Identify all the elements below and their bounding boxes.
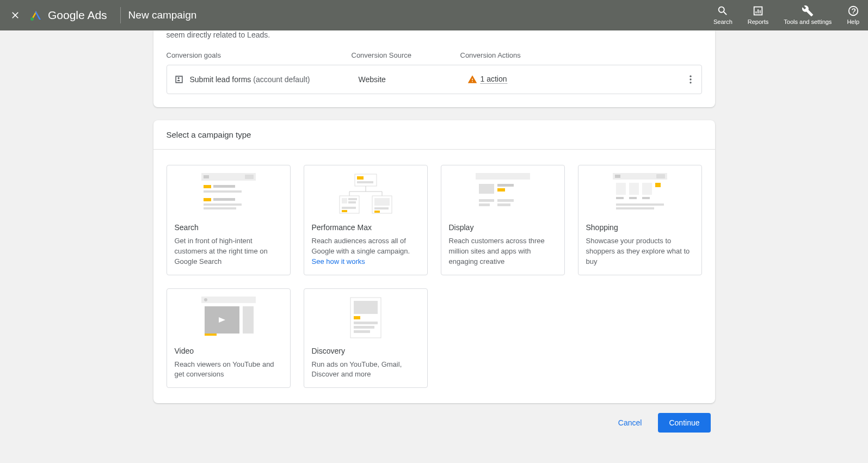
- column-header-source: Conversion Source: [352, 51, 460, 59]
- svg-rect-60: [354, 322, 378, 324]
- continue-button[interactable]: Continue: [658, 413, 710, 433]
- svg-rect-31: [476, 173, 530, 180]
- reports-tool[interactable]: Reports: [748, 5, 769, 26]
- svg-rect-35: [479, 199, 494, 202]
- google-ads-logo-icon: [29, 9, 42, 22]
- svg-rect-40: [615, 175, 620, 178]
- svg-rect-8: [213, 185, 235, 188]
- goal-name: Submit lead forms: [190, 75, 251, 84]
- svg-rect-7: [204, 185, 211, 188]
- svg-rect-26: [342, 210, 347, 212]
- svg-rect-46: [616, 197, 624, 199]
- goals-table-header: Conversion goals Conversion Source Conve…: [153, 41, 715, 65]
- page-body: seem directly related to Leads. Conversi…: [0, 30, 868, 454]
- goal-action-count[interactable]: 1 action: [481, 75, 507, 84]
- svg-rect-42: [616, 183, 626, 195]
- svg-rect-32: [479, 184, 494, 194]
- svg-rect-33: [497, 184, 514, 187]
- campaign-desc: Reach viewers on YouTube and get convers…: [175, 360, 282, 380]
- reports-icon: [752, 5, 764, 17]
- help-label: Help: [847, 18, 859, 26]
- shopping-illustration: [586, 173, 694, 215]
- campaign-desc: Reach audiences across all of Google wit…: [312, 236, 420, 267]
- close-button[interactable]: [9, 9, 22, 22]
- column-header-actions: Conversion Actions: [460, 51, 680, 59]
- campaign-name: Shopping: [586, 223, 694, 232]
- campaign-option-discovery[interactable]: Discovery Run ads on YouTube, Gmail, Dis…: [304, 288, 428, 388]
- header-divider: [120, 7, 121, 23]
- svg-rect-48: [642, 197, 650, 199]
- svg-rect-38: [497, 203, 510, 206]
- campaign-desc: Run ads on YouTube, Gmail, Discover and …: [312, 360, 420, 380]
- svg-rect-24: [348, 201, 356, 203]
- goal-row-menu[interactable]: [680, 74, 701, 85]
- campaign-option-display[interactable]: Display Reach customers across three mil…: [441, 165, 565, 275]
- svg-point-52: [204, 298, 207, 301]
- campaign-option-video[interactable]: Video Reach viewers on YouTube and get c…: [167, 288, 291, 388]
- svg-rect-29: [374, 207, 389, 209]
- display-illustration: [449, 173, 557, 215]
- form-icon: [174, 74, 184, 85]
- help-tool[interactable]: Help: [847, 5, 859, 26]
- svg-rect-13: [204, 207, 236, 209]
- svg-point-1: [690, 76, 691, 77]
- goal-source: Website: [359, 75, 467, 84]
- svg-rect-41: [656, 174, 665, 178]
- brand-logo: Google Ads: [29, 9, 107, 22]
- conversion-goals-card: seem directly related to Leads. Conversi…: [153, 30, 715, 107]
- svg-rect-44: [642, 183, 652, 195]
- warning-icon: [467, 75, 477, 84]
- search-icon: [717, 5, 729, 17]
- tools-settings-label: Tools and settings: [784, 18, 832, 26]
- svg-rect-23: [348, 198, 357, 200]
- campaign-name: Discovery: [312, 347, 420, 355]
- campaign-name: Performance Max: [312, 223, 420, 232]
- video-illustration: [175, 297, 282, 339]
- campaign-name: Display: [449, 223, 557, 232]
- campaign-option-performance-max[interactable]: Performance Max Reach audiences across a…: [304, 165, 428, 275]
- column-header-goal: Conversion goals: [167, 51, 352, 59]
- svg-rect-55: [205, 334, 217, 336]
- svg-rect-12: [204, 203, 242, 206]
- cancel-button[interactable]: Cancel: [611, 413, 650, 433]
- page-title: New campaign: [128, 9, 197, 21]
- campaign-option-shopping[interactable]: Shopping Showcase your products to shopp…: [578, 165, 702, 275]
- svg-rect-9: [204, 190, 242, 193]
- svg-rect-45: [655, 183, 661, 187]
- svg-rect-22: [342, 198, 347, 203]
- svg-rect-49: [616, 203, 664, 206]
- svg-rect-16: [357, 181, 373, 183]
- goal-subtext: (account default): [253, 75, 310, 84]
- svg-rect-47: [629, 197, 637, 199]
- svg-rect-6: [245, 175, 254, 179]
- campaign-name: Video: [175, 347, 282, 355]
- campaign-desc: Showcase your products to shoppers as th…: [586, 236, 694, 267]
- svg-rect-5: [204, 175, 209, 178]
- more-vert-icon: [685, 74, 696, 85]
- reports-label: Reports: [748, 18, 769, 26]
- discovery-illustration: [312, 297, 420, 339]
- svg-rect-50: [616, 207, 654, 209]
- campaign-type-card: Select a campaign type Search Get in fro…: [153, 120, 715, 403]
- search-label: Search: [713, 18, 732, 26]
- footer-actions: Cancel Continue: [153, 413, 715, 433]
- svg-point-0: [30, 17, 34, 21]
- campaign-type-grid: Search Get in front of high-intent custo…: [153, 150, 715, 388]
- search-tool[interactable]: Search: [713, 5, 732, 26]
- help-icon: [847, 5, 859, 17]
- svg-rect-10: [204, 198, 211, 201]
- goals-row: Submit lead forms (account default) Webs…: [167, 65, 702, 94]
- campaign-type-title: Select a campaign type: [153, 120, 715, 150]
- campaign-desc: Get in front of high-intent customers at…: [175, 236, 282, 267]
- search-illustration: [175, 173, 282, 215]
- svg-rect-15: [357, 176, 364, 180]
- tools-settings-tool[interactable]: Tools and settings: [784, 5, 832, 26]
- brand-name: Google Ads: [48, 9, 107, 22]
- campaign-option-search[interactable]: Search Get in front of high-intent custo…: [167, 165, 291, 275]
- svg-rect-25: [342, 207, 356, 209]
- campaign-desc: Reach customers across three million sit…: [449, 236, 557, 267]
- svg-rect-58: [354, 301, 378, 314]
- svg-rect-56: [243, 306, 254, 334]
- svg-rect-28: [374, 198, 390, 206]
- see-how-link[interactable]: See how it works: [312, 257, 365, 266]
